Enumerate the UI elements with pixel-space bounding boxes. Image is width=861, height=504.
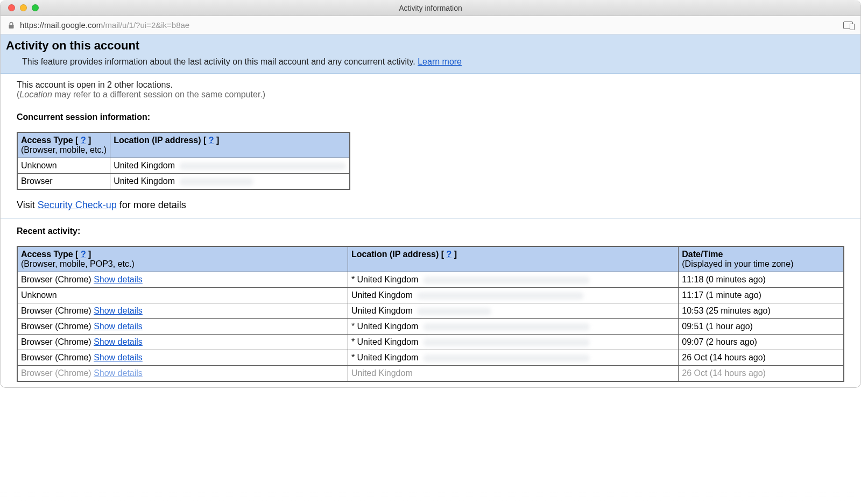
table-row: Browser (Chrome) Show details* United Ki…: [17, 335, 844, 350]
url-text[interactable]: https://mail.google.com/mail/u/1/?ui=2&i…: [20, 20, 189, 30]
redacted-ip: [417, 292, 584, 300]
cell-datetime: 09:07 (2 hours ago): [679, 335, 844, 350]
cell-datetime: 11:17 (1 minute ago): [679, 288, 844, 303]
cell-location: * United Kingdom: [348, 272, 678, 288]
cell-access-type: Browser (Chrome) Show details: [17, 272, 348, 288]
cell-access-type: Browser (Chrome) Show details: [17, 335, 348, 350]
show-details-link[interactable]: Show details: [94, 337, 143, 346]
security-checkup-link[interactable]: Security Check-up: [38, 200, 117, 210]
show-details-link[interactable]: Show details: [94, 353, 143, 362]
cell-access-type: Unknown: [17, 288, 348, 303]
table-row: Browser (Chrome) Show details* United Ki…: [17, 319, 844, 335]
open-locations-note: (Location may refer to a different sessi…: [17, 90, 844, 100]
table-row: Browser (Chrome) Show detailsUnited King…: [17, 303, 844, 319]
page-heading: Activity on this account: [6, 39, 855, 53]
banner-description: This feature provides information about …: [22, 57, 415, 66]
cell-access-type: Browser: [17, 174, 110, 190]
cell-datetime: 11:18 (0 minutes ago): [679, 272, 844, 288]
table-row: UnknownUnited Kingdom: [17, 158, 350, 174]
table-row: Browser (Chrome) Show detailsUnited King…: [17, 366, 844, 382]
concurrent-sessions-table: Access Type [ ? ] (Browser, mobile, etc.…: [17, 132, 350, 190]
cell-datetime: 26 Oct (14 hours ago): [679, 350, 844, 366]
activity-banner: Activity on this account This feature pr…: [1, 34, 860, 74]
help-access-type-link[interactable]: ?: [81, 136, 86, 145]
recent-activity-heading: Recent activity:: [17, 226, 844, 236]
minimize-window-button[interactable]: [20, 4, 27, 11]
cell-datetime: 10:53 (25 minutes ago): [679, 303, 844, 319]
responsive-mode-icon[interactable]: [843, 22, 853, 29]
cell-location: * United Kingdom: [348, 350, 678, 366]
cell-location: * United Kingdom: [348, 335, 678, 350]
help-recent-location-link[interactable]: ?: [447, 250, 452, 259]
show-details-link[interactable]: Show details: [94, 368, 143, 378]
col-recent-datetime: Date/Time (Displayed in your time zone): [679, 246, 844, 272]
divider: [1, 218, 860, 219]
cell-access-type: Browser (Chrome) Show details: [17, 303, 348, 319]
cell-location: United Kingdom: [348, 288, 678, 303]
close-window-button[interactable]: [8, 4, 15, 11]
show-details-link[interactable]: Show details: [94, 306, 143, 315]
cell-datetime: 09:51 (1 hour ago): [679, 319, 844, 335]
cell-access-type: Browser (Chrome) Show details: [17, 366, 348, 382]
recent-activity-table: Access Type [ ? ] (Browser, mobile, POP3…: [17, 246, 844, 382]
cell-datetime: 26 Oct (14 hours ago): [679, 366, 844, 382]
cell-location: United Kingdom: [110, 158, 350, 174]
maximize-window-button[interactable]: [32, 4, 39, 11]
table-row: Unknown United Kingdom 11:17 (1 minute a…: [17, 288, 844, 303]
cell-access-type: Browser (Chrome) Show details: [17, 319, 348, 335]
redacted-ip: [179, 162, 346, 170]
redacted-ip: [423, 354, 590, 362]
redacted-ip: [423, 276, 590, 284]
title-bar: Activity information: [1, 0, 860, 16]
cell-access-type: Browser (Chrome) Show details: [17, 350, 348, 366]
show-details-link[interactable]: Show details: [94, 322, 143, 331]
cell-location: United Kingdom: [110, 174, 350, 190]
url-bar: https://mail.google.com/mail/u/1/?ui=2&i…: [1, 16, 860, 34]
help-recent-access-link[interactable]: ?: [81, 250, 86, 259]
concurrent-session-heading: Concurrent session information:: [17, 112, 844, 122]
col-recent-access-type: Access Type [ ? ] (Browser, mobile, POP3…: [17, 246, 348, 272]
cell-location: United Kingdom: [348, 303, 678, 319]
security-checkup-line: Visit Security Check-up for more details: [17, 200, 844, 211]
redacted-ip: [179, 178, 253, 186]
open-locations-text: This account is open in 2 other location…: [17, 80, 844, 90]
svg-rect-0: [9, 25, 14, 29]
col-recent-location: Location (IP address) [ ? ]: [348, 246, 678, 272]
help-location-link[interactable]: ?: [209, 136, 214, 145]
show-details-link[interactable]: Show details: [94, 275, 143, 284]
redacted-ip: [417, 308, 491, 315]
redacted-ip: [423, 339, 590, 346]
learn-more-link[interactable]: Learn more: [418, 57, 462, 66]
table-row: BrowserUnited Kingdom: [17, 174, 350, 190]
table-row: Browser (Chrome) Show details* United Ki…: [17, 350, 844, 366]
redacted-ip: [423, 323, 590, 331]
table-row: Browser (Chrome) Show details* United Ki…: [17, 272, 844, 288]
cell-location: * United Kingdom: [348, 319, 678, 335]
cell-access-type: Unknown: [17, 158, 110, 174]
lock-icon: [8, 22, 15, 29]
cell-location: United Kingdom: [348, 366, 678, 382]
col-location: Location (IP address) [ ? ]: [110, 132, 350, 158]
col-access-type: Access Type [ ? ] (Browser, mobile, etc.…: [17, 132, 110, 158]
window-title: Activity information: [1, 4, 860, 12]
